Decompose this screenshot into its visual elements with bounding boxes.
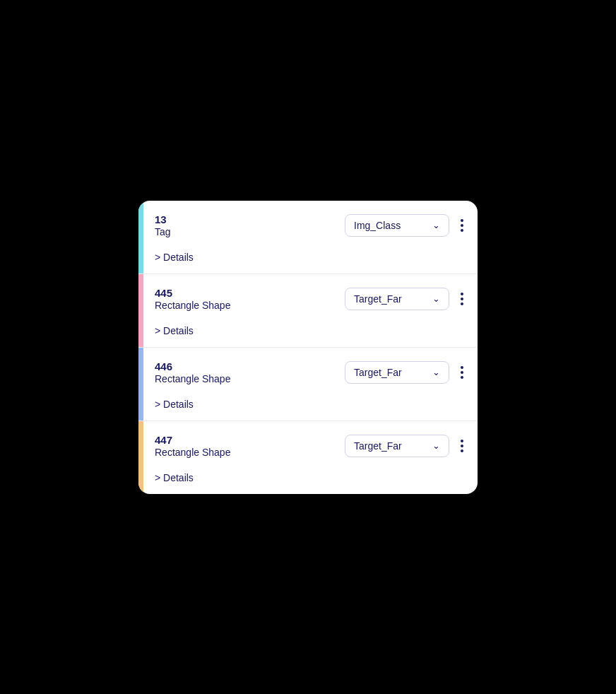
- row-info-3: 447Rectangle Shape: [155, 434, 230, 458]
- details-link-1[interactable]: > Details: [155, 325, 194, 336]
- dot-2-1: [461, 371, 463, 374]
- row-content-3: 447Rectangle ShapeTarget_Far⌄> Details: [143, 421, 478, 494]
- dropdown-3[interactable]: Target_Far⌄: [345, 435, 449, 457]
- row-content-0: 13TagImg_Class⌄> Details: [143, 201, 478, 274]
- annotation-row-1: 445Rectangle ShapeTarget_Far⌄> Details: [138, 274, 478, 348]
- dot-0-2: [461, 229, 463, 232]
- dot-1-0: [461, 293, 463, 295]
- row-id-1: 445: [155, 287, 230, 299]
- dropdown-2[interactable]: Target_Far⌄: [345, 361, 449, 384]
- row-content-2: 446Rectangle ShapeTarget_Far⌄> Details: [143, 348, 478, 420]
- row-controls-3: Target_Far⌄: [345, 435, 468, 457]
- row-controls-2: Target_Far⌄: [345, 361, 468, 384]
- annotation-row-0: 13TagImg_Class⌄> Details: [138, 201, 478, 274]
- chevron-down-icon-3: ⌄: [432, 440, 440, 451]
- row-info-2: 446Rectangle Shape: [155, 360, 230, 384]
- dropdown-1[interactable]: Target_Far⌄: [345, 288, 449, 310]
- dropdown-label-1: Target_Far: [354, 293, 402, 305]
- chevron-down-icon-0: ⌄: [432, 220, 440, 230]
- dot-0-0: [461, 219, 463, 222]
- dot-1-1: [461, 298, 463, 300]
- color-bar-0: [138, 201, 143, 274]
- color-bar-3: [138, 421, 143, 494]
- row-type-3: Rectangle Shape: [155, 447, 230, 458]
- annotation-card: 13TagImg_Class⌄> Details445Rectangle Sha…: [138, 201, 478, 494]
- row-top-2: 446Rectangle ShapeTarget_Far⌄: [155, 360, 468, 384]
- row-controls-1: Target_Far⌄: [345, 288, 468, 310]
- dot-1-2: [461, 302, 463, 305]
- more-button-1[interactable]: [456, 290, 468, 308]
- dot-3-2: [461, 449, 463, 452]
- more-button-0[interactable]: [456, 216, 468, 235]
- row-info-1: 445Rectangle Shape: [155, 287, 230, 311]
- row-id-2: 446: [155, 360, 230, 372]
- chevron-down-icon-2: ⌄: [432, 367, 440, 377]
- more-button-3[interactable]: [456, 437, 468, 455]
- dropdown-label-2: Target_Far: [354, 367, 402, 378]
- dot-3-1: [461, 445, 463, 447]
- row-content-1: 445Rectangle ShapeTarget_Far⌄> Details: [143, 274, 478, 347]
- annotation-row-3: 447Rectangle ShapeTarget_Far⌄> Details: [138, 421, 478, 494]
- details-link-3[interactable]: > Details: [155, 472, 194, 483]
- row-type-2: Rectangle Shape: [155, 373, 230, 384]
- annotation-row-2: 446Rectangle ShapeTarget_Far⌄> Details: [138, 348, 478, 421]
- chevron-down-icon-1: ⌄: [432, 293, 440, 304]
- color-bar-2: [138, 348, 143, 420]
- row-top-3: 447Rectangle ShapeTarget_Far⌄: [155, 434, 468, 458]
- dropdown-0[interactable]: Img_Class⌄: [345, 214, 449, 237]
- dot-3-0: [461, 440, 463, 442]
- row-top-0: 13TagImg_Class⌄: [155, 213, 468, 237]
- row-info-0: 13Tag: [155, 213, 171, 237]
- row-id-0: 13: [155, 213, 171, 225]
- dot-2-0: [461, 366, 463, 369]
- row-id-3: 447: [155, 434, 230, 446]
- details-link-0[interactable]: > Details: [155, 252, 194, 263]
- row-type-0: Tag: [155, 226, 171, 237]
- dot-0-1: [461, 224, 463, 227]
- row-top-1: 445Rectangle ShapeTarget_Far⌄: [155, 287, 468, 311]
- dot-2-2: [461, 376, 463, 379]
- color-bar-1: [138, 274, 143, 347]
- details-link-2[interactable]: > Details: [155, 399, 194, 410]
- dropdown-label-0: Img_Class: [354, 220, 401, 231]
- row-controls-0: Img_Class⌄: [345, 214, 468, 237]
- row-type-1: Rectangle Shape: [155, 300, 230, 311]
- dropdown-label-3: Target_Far: [354, 440, 402, 452]
- more-button-2[interactable]: [456, 363, 468, 382]
